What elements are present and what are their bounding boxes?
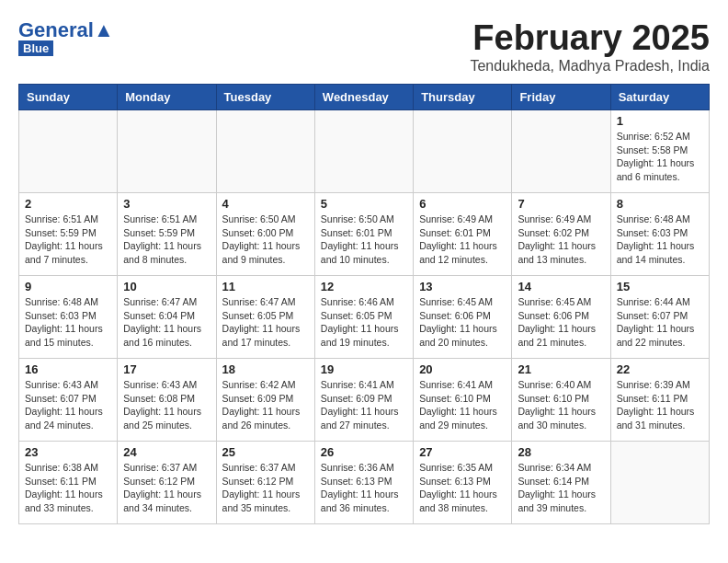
day-number: 20 bbox=[419, 362, 506, 376]
day-info: Sunrise: 6:40 AM Sunset: 6:10 PM Dayligh… bbox=[518, 378, 604, 432]
calendar-cell: 14Sunrise: 6:45 AM Sunset: 6:06 PM Dayli… bbox=[512, 276, 610, 359]
calendar-cell: 2Sunrise: 6:51 AM Sunset: 5:59 PM Daylig… bbox=[19, 193, 118, 276]
calendar-cell bbox=[314, 110, 413, 193]
day-info: Sunrise: 6:52 AM Sunset: 5:58 PM Dayligh… bbox=[617, 130, 703, 184]
weekday-header-row: SundayMondayTuesdayWednesdayThursdayFrid… bbox=[19, 85, 710, 110]
day-info: Sunrise: 6:37 AM Sunset: 6:12 PM Dayligh… bbox=[123, 461, 210, 515]
day-info: Sunrise: 6:50 AM Sunset: 6:01 PM Dayligh… bbox=[321, 213, 407, 267]
calendar-cell: 18Sunrise: 6:42 AM Sunset: 6:09 PM Dayli… bbox=[216, 359, 314, 442]
day-info: Sunrise: 6:48 AM Sunset: 6:03 PM Dayligh… bbox=[25, 295, 111, 350]
calendar-week-2: 2Sunrise: 6:51 AM Sunset: 5:59 PM Daylig… bbox=[19, 193, 710, 276]
title-block: February 2025 Tendukheda, Madhya Pradesh… bbox=[470, 18, 710, 75]
calendar-table: SundayMondayTuesdayWednesdayThursdayFrid… bbox=[18, 84, 710, 524]
day-info: Sunrise: 6:41 AM Sunset: 6:10 PM Dayligh… bbox=[419, 378, 506, 432]
day-info: Sunrise: 6:38 AM Sunset: 6:11 PM Dayligh… bbox=[25, 461, 111, 515]
day-number: 13 bbox=[419, 280, 506, 293]
day-info: Sunrise: 6:50 AM Sunset: 6:00 PM Dayligh… bbox=[222, 213, 309, 267]
calendar-week-4: 16Sunrise: 6:43 AM Sunset: 6:07 PM Dayli… bbox=[19, 359, 710, 442]
day-number: 12 bbox=[321, 280, 407, 293]
weekday-header-friday: Friday bbox=[512, 85, 610, 110]
day-number: 16 bbox=[25, 362, 111, 376]
day-info: Sunrise: 6:43 AM Sunset: 6:07 PM Dayligh… bbox=[25, 378, 111, 432]
calendar-cell: 10Sunrise: 6:47 AM Sunset: 6:04 PM Dayli… bbox=[118, 276, 216, 359]
calendar-cell: 27Sunrise: 6:35 AM Sunset: 6:13 PM Dayli… bbox=[414, 442, 512, 524]
calendar-cell: 25Sunrise: 6:37 AM Sunset: 6:12 PM Dayli… bbox=[216, 442, 314, 524]
day-number: 28 bbox=[518, 445, 604, 459]
calendar-cell: 15Sunrise: 6:44 AM Sunset: 6:07 PM Dayli… bbox=[610, 276, 709, 359]
logo: General ▲ Blue bbox=[18, 18, 114, 56]
day-number: 26 bbox=[321, 445, 407, 459]
day-info: Sunrise: 6:45 AM Sunset: 6:06 PM Dayligh… bbox=[419, 295, 506, 350]
day-info: Sunrise: 6:49 AM Sunset: 6:02 PM Dayligh… bbox=[518, 213, 604, 267]
logo-general: General bbox=[18, 18, 94, 42]
calendar-week-5: 23Sunrise: 6:38 AM Sunset: 6:11 PM Dayli… bbox=[19, 442, 710, 524]
day-number: 4 bbox=[222, 197, 309, 211]
day-number: 22 bbox=[617, 362, 703, 376]
day-info: Sunrise: 6:39 AM Sunset: 6:11 PM Dayligh… bbox=[617, 378, 703, 432]
day-number: 17 bbox=[123, 362, 210, 376]
day-info: Sunrise: 6:51 AM Sunset: 5:59 PM Dayligh… bbox=[123, 213, 210, 267]
calendar-cell: 1Sunrise: 6:52 AM Sunset: 5:58 PM Daylig… bbox=[610, 110, 709, 193]
calendar-cell: 6Sunrise: 6:49 AM Sunset: 6:01 PM Daylig… bbox=[414, 193, 512, 276]
calendar-cell bbox=[512, 110, 610, 193]
calendar-cell: 5Sunrise: 6:50 AM Sunset: 6:01 PM Daylig… bbox=[314, 193, 413, 276]
day-info: Sunrise: 6:49 AM Sunset: 6:01 PM Dayligh… bbox=[419, 213, 506, 267]
day-number: 24 bbox=[123, 445, 210, 459]
day-number: 8 bbox=[617, 197, 703, 211]
day-number: 3 bbox=[123, 197, 210, 211]
day-info: Sunrise: 6:37 AM Sunset: 6:12 PM Dayligh… bbox=[222, 461, 309, 515]
day-info: Sunrise: 6:34 AM Sunset: 6:14 PM Dayligh… bbox=[518, 461, 604, 515]
calendar-cell: 9Sunrise: 6:48 AM Sunset: 6:03 PM Daylig… bbox=[19, 276, 118, 359]
day-number: 15 bbox=[617, 280, 703, 293]
day-info: Sunrise: 6:51 AM Sunset: 5:59 PM Dayligh… bbox=[25, 213, 111, 267]
day-number: 23 bbox=[25, 445, 111, 459]
calendar-cell bbox=[19, 110, 118, 193]
day-info: Sunrise: 6:43 AM Sunset: 6:08 PM Dayligh… bbox=[123, 378, 210, 432]
day-number: 11 bbox=[222, 280, 309, 293]
calendar-cell: 24Sunrise: 6:37 AM Sunset: 6:12 PM Dayli… bbox=[118, 442, 216, 524]
weekday-header-tuesday: Tuesday bbox=[216, 85, 314, 110]
day-number: 2 bbox=[25, 197, 111, 211]
calendar-cell: 11Sunrise: 6:47 AM Sunset: 6:05 PM Dayli… bbox=[216, 276, 314, 359]
day-number: 19 bbox=[321, 362, 407, 376]
calendar-week-3: 9Sunrise: 6:48 AM Sunset: 6:03 PM Daylig… bbox=[19, 276, 710, 359]
calendar-cell bbox=[216, 110, 314, 193]
day-number: 9 bbox=[25, 280, 111, 293]
calendar-cell: 8Sunrise: 6:48 AM Sunset: 6:03 PM Daylig… bbox=[610, 193, 709, 276]
month-title: February 2025 bbox=[470, 18, 710, 58]
day-number: 18 bbox=[222, 362, 309, 376]
calendar-cell: 22Sunrise: 6:39 AM Sunset: 6:11 PM Dayli… bbox=[610, 359, 709, 442]
day-info: Sunrise: 6:45 AM Sunset: 6:06 PM Dayligh… bbox=[518, 295, 604, 350]
day-number: 21 bbox=[518, 362, 604, 376]
calendar-cell: 17Sunrise: 6:43 AM Sunset: 6:08 PM Dayli… bbox=[118, 359, 216, 442]
day-info: Sunrise: 6:47 AM Sunset: 6:05 PM Dayligh… bbox=[222, 295, 309, 350]
calendar-cell: 13Sunrise: 6:45 AM Sunset: 6:06 PM Dayli… bbox=[414, 276, 512, 359]
day-info: Sunrise: 6:47 AM Sunset: 6:04 PM Dayligh… bbox=[123, 295, 210, 350]
day-info: Sunrise: 6:44 AM Sunset: 6:07 PM Dayligh… bbox=[617, 295, 703, 350]
calendar-cell: 3Sunrise: 6:51 AM Sunset: 5:59 PM Daylig… bbox=[118, 193, 216, 276]
day-number: 25 bbox=[222, 445, 309, 459]
calendar-cell: 7Sunrise: 6:49 AM Sunset: 6:02 PM Daylig… bbox=[512, 193, 610, 276]
day-number: 10 bbox=[123, 280, 210, 293]
weekday-header-sunday: Sunday bbox=[19, 85, 118, 110]
day-info: Sunrise: 6:35 AM Sunset: 6:13 PM Dayligh… bbox=[419, 461, 506, 515]
weekday-header-wednesday: Wednesday bbox=[314, 85, 413, 110]
day-number: 14 bbox=[518, 280, 604, 293]
day-info: Sunrise: 6:36 AM Sunset: 6:13 PM Dayligh… bbox=[321, 461, 407, 515]
calendar-cell bbox=[118, 110, 216, 193]
day-info: Sunrise: 6:48 AM Sunset: 6:03 PM Dayligh… bbox=[617, 213, 703, 267]
logo-icon: ▲ bbox=[94, 18, 114, 42]
calendar-cell: 28Sunrise: 6:34 AM Sunset: 6:14 PM Dayli… bbox=[512, 442, 610, 524]
day-info: Sunrise: 6:41 AM Sunset: 6:09 PM Dayligh… bbox=[321, 378, 407, 432]
calendar-week-1: 1Sunrise: 6:52 AM Sunset: 5:58 PM Daylig… bbox=[19, 110, 710, 193]
logo-blue: Blue bbox=[18, 40, 53, 56]
calendar-cell: 12Sunrise: 6:46 AM Sunset: 6:05 PM Dayli… bbox=[314, 276, 413, 359]
weekday-header-saturday: Saturday bbox=[610, 85, 709, 110]
calendar-cell bbox=[414, 110, 512, 193]
day-number: 1 bbox=[617, 114, 703, 128]
calendar-cell: 16Sunrise: 6:43 AM Sunset: 6:07 PM Dayli… bbox=[19, 359, 118, 442]
calendar-cell: 20Sunrise: 6:41 AM Sunset: 6:10 PM Dayli… bbox=[414, 359, 512, 442]
weekday-header-monday: Monday bbox=[118, 85, 216, 110]
day-number: 7 bbox=[518, 197, 604, 211]
calendar-cell bbox=[610, 442, 709, 524]
